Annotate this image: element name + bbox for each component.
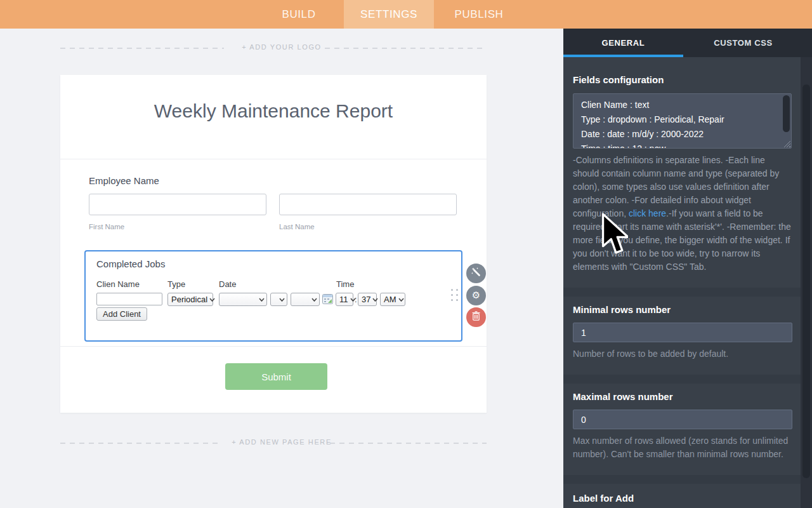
time-hour-select[interactable]: 11	[336, 293, 353, 306]
type-select-value: Periodical	[171, 295, 207, 304]
widget-settings-button[interactable]: ⚙	[466, 286, 486, 305]
drag-handle[interactable]	[451, 289, 458, 301]
column-label-type: Type	[167, 279, 185, 289]
chevron-down-icon	[279, 298, 285, 302]
label-for-add-heading: Label for Add	[573, 493, 793, 504]
column-label-client: Clien Name	[96, 279, 140, 289]
maximal-rows-input[interactable]	[573, 410, 792, 429]
fields-configuration-description: -Columns definitions in separate lines. …	[573, 154, 793, 274]
form-card: Weekly Maintenance Report Employee Name …	[60, 75, 487, 413]
column-label-date: Date	[219, 279, 236, 289]
textarea-scrollbar-thumb[interactable]	[783, 95, 790, 132]
date-month-select[interactable]	[219, 293, 267, 306]
minimal-rows-input[interactable]	[573, 323, 792, 342]
panel-scrollbar-thumb[interactable]	[802, 84, 810, 478]
last-name-input[interactable]	[279, 194, 457, 215]
maximal-rows-section: Maximal rows number Max number of rows a…	[563, 384, 801, 475]
minimal-rows-help: Number of rows to be added by default.	[573, 347, 793, 361]
fields-configuration-heading: Fields configuration	[573, 74, 793, 85]
column-label-time: Time	[336, 279, 354, 289]
top-tabs: BUILD SETTINGS PUBLISH	[254, 0, 524, 29]
time-ampm-select[interactable]: AM	[380, 293, 405, 306]
time-minute-select[interactable]: 37	[358, 293, 377, 306]
add-logo-button[interactable]: + ADD YOUR LOGO	[0, 43, 563, 51]
time-colon: :	[355, 295, 357, 304]
form-canvas: + ADD YOUR LOGO Weekly Maintenance Repor…	[0, 29, 563, 508]
time-ampm-value: AM	[384, 295, 396, 304]
time-hour-value: 11	[339, 295, 348, 304]
click-here-link[interactable]: click here	[629, 208, 666, 218]
tab-publish[interactable]: PUBLISH	[434, 0, 524, 29]
employee-name-label: Employee Name	[89, 175, 159, 186]
first-name-input[interactable]	[89, 194, 266, 215]
section-divider	[60, 346, 487, 347]
add-client-button[interactable]: Add Client	[96, 307, 147, 321]
fields-configuration-textarea[interactable]: Clien Name : text Type : dropdown : Peri…	[573, 93, 792, 149]
gear-icon: ⚙	[472, 291, 480, 300]
maximal-rows-heading: Maximal rows number	[573, 391, 793, 402]
maximal-rows-help: Max number of rows allowed (zero stands …	[573, 434, 793, 461]
widget-settings-panel: GENERAL CUSTOM CSS Fields configuration …	[563, 29, 812, 508]
date-year-select[interactable]	[291, 293, 320, 306]
chevron-down-icon	[398, 298, 404, 302]
minimal-rows-heading: Minimal rows number	[573, 304, 793, 315]
completed-jobs-widget[interactable]: Completed Jobs Clien Name Type Date Time…	[84, 250, 462, 342]
section-divider	[60, 159, 487, 159]
tab-custom-css[interactable]: CUSTOM CSS	[683, 29, 803, 57]
chevron-down-icon	[259, 298, 265, 302]
minimal-rows-section: Minimal rows number Number of rows to be…	[563, 297, 801, 375]
type-select[interactable]: Periodical	[167, 293, 213, 306]
panel-body: Fields configuration Clien Name : text T…	[563, 57, 801, 508]
panel-tab-bar: GENERAL CUSTOM CSS	[563, 29, 812, 57]
label-for-add-section: Label for Add	[563, 484, 801, 508]
calendar-icon[interactable]	[322, 294, 333, 304]
form-title[interactable]: Weekly Maintenance Report	[60, 100, 487, 122]
delete-widget-button[interactable]	[466, 307, 486, 327]
magic-wand-icon	[471, 267, 481, 280]
fields-textarea-wrap: Clien Name : text Type : dropdown : Peri…	[573, 93, 792, 149]
tab-settings[interactable]: SETTINGS	[344, 0, 434, 29]
widget-label: Completed Jobs	[96, 258, 165, 269]
submit-button[interactable]: Submit	[225, 363, 327, 390]
client-name-input[interactable]	[96, 293, 162, 305]
trash-icon	[472, 311, 480, 323]
top-navigation-bar: BUILD SETTINGS PUBLISH	[0, 0, 812, 29]
panel-scrollbar-track[interactable]	[801, 57, 812, 508]
add-new-page-button[interactable]: + ADD NEW PAGE HERE	[0, 438, 563, 446]
chevron-down-icon	[372, 298, 378, 302]
app-window: BUILD SETTINGS PUBLISH + ADD YOUR LOGO W…	[0, 0, 812, 508]
wand-button[interactable]	[466, 264, 486, 283]
tab-general[interactable]: GENERAL	[563, 29, 683, 57]
fields-configuration-section: Fields configuration Clien Name : text T…	[563, 57, 801, 288]
time-minute-value: 37	[362, 295, 370, 304]
first-name-sublabel: First Name	[89, 223, 124, 231]
chevron-down-icon	[209, 298, 215, 302]
last-name-sublabel: Last Name	[279, 223, 315, 231]
tab-build[interactable]: BUILD	[254, 0, 344, 29]
date-day-select[interactable]	[270, 293, 287, 306]
chevron-down-icon	[311, 298, 317, 302]
